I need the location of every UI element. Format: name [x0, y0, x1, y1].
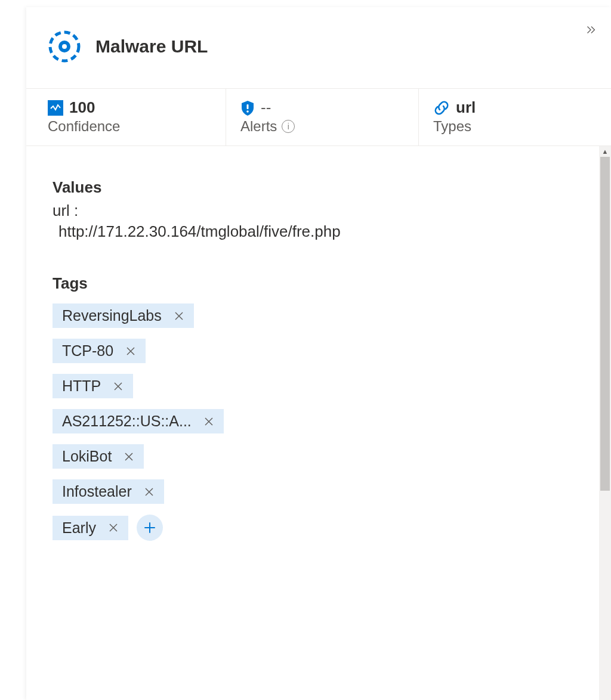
panel-content: Values url : http://171.22.30.164/tmglob… — [26, 146, 611, 565]
page-title: Malware URL — [95, 36, 208, 57]
close-icon[interactable] — [143, 485, 156, 498]
tag-item[interactable]: ReversingLabs — [53, 303, 194, 328]
panel-header: Malware URL — [26, 7, 611, 88]
threat-icon — [48, 30, 81, 63]
confidence-value: 100 — [69, 98, 95, 117]
stat-alerts: -- Alerts i — [226, 89, 418, 145]
add-tag-button[interactable] — [137, 515, 163, 541]
tag-label: Early — [62, 519, 96, 537]
alerts-value: -- — [261, 98, 271, 117]
svg-point-2 — [62, 44, 67, 49]
tag-item[interactable]: LokiBot — [53, 444, 144, 469]
svg-rect-3 — [247, 104, 249, 109]
scrollbar-track[interactable]: ▲ — [599, 146, 611, 700]
info-icon[interactable]: i — [282, 120, 295, 133]
value-key: url : — [53, 202, 587, 220]
tags-heading: Tags — [53, 274, 587, 293]
tag-item[interactable]: AS211252::US::A... — [53, 409, 224, 433]
content-scroll[interactable]: ▲ Values url : http://171.22.30.164/tmgl… — [26, 146, 611, 700]
close-icon[interactable] — [107, 521, 120, 534]
chevron-right-double-icon — [584, 23, 597, 36]
alerts-label: Alerts i — [240, 118, 404, 135]
stat-types: url Types — [418, 89, 611, 145]
stats-bar: 100 Confidence -- Alerts i — [26, 88, 611, 146]
tag-label: AS211252::US::A... — [62, 413, 192, 430]
link-icon — [433, 100, 450, 116]
expand-panel-button[interactable] — [582, 21, 599, 38]
tag-label: HTTP — [62, 377, 101, 395]
close-icon[interactable] — [172, 309, 186, 323]
svg-point-4 — [246, 110, 249, 113]
tag-item[interactable]: TCP-80 — [53, 339, 146, 363]
tag-label: TCP-80 — [62, 342, 113, 360]
types-label: Types — [433, 118, 597, 135]
tag-label: Infostealer — [62, 483, 132, 500]
tag-label: ReversingLabs — [62, 307, 162, 324]
plus-icon — [143, 521, 156, 534]
tags-list: ReversingLabs TCP-80 HTTP — [53, 303, 587, 541]
confidence-icon — [48, 100, 63, 116]
close-icon[interactable] — [122, 450, 135, 463]
tag-item[interactable]: HTTP — [53, 374, 133, 398]
scrollbar-thumb[interactable] — [600, 157, 610, 491]
values-heading: Values — [53, 178, 587, 197]
tag-item[interactable]: Early — [53, 516, 128, 540]
scroll-up-arrow-icon[interactable]: ▲ — [600, 147, 610, 156]
close-icon[interactable] — [124, 345, 137, 358]
close-icon[interactable] — [112, 380, 125, 393]
tag-last-row: Early — [53, 515, 163, 541]
value-url: http://171.22.30.164/tmglobal/five/fre.p… — [53, 222, 587, 241]
types-value: url — [456, 98, 476, 117]
confidence-label: Confidence — [48, 118, 211, 135]
tag-label: LokiBot — [62, 448, 112, 465]
detail-panel: Malware URL 100 Confidence — [26, 7, 611, 700]
close-icon[interactable] — [202, 415, 215, 428]
shield-icon — [240, 100, 255, 116]
tag-item[interactable]: Infostealer — [53, 479, 164, 504]
stat-confidence: 100 Confidence — [26, 89, 226, 145]
